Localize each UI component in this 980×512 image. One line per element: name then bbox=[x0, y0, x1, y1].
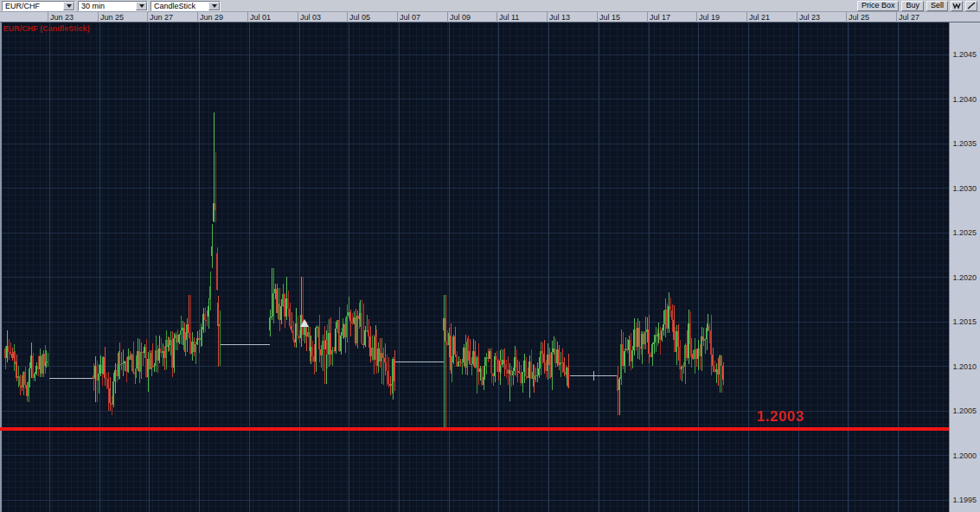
chevron-down-icon[interactable] bbox=[208, 2, 220, 10]
date-tick-label: Jul 11 bbox=[499, 13, 519, 22]
date-tick-separator bbox=[647, 12, 648, 22]
date-tick-label: Jun 25 bbox=[100, 13, 124, 22]
date-tick-separator bbox=[896, 12, 897, 22]
date-tick-label: Jul 19 bbox=[699, 13, 720, 22]
price-tick-label: 1.2035 bbox=[952, 139, 977, 148]
price-tick-label: 1.2025 bbox=[952, 228, 977, 237]
date-tick-label: Jul 15 bbox=[599, 13, 620, 22]
date-tick-label: Jul 01 bbox=[250, 13, 271, 22]
series-label: EUR/CHF (CandleStick) bbox=[3, 24, 90, 33]
date-tick-separator bbox=[496, 12, 497, 22]
date-tick-separator bbox=[147, 12, 148, 22]
price-tick-label: 1.2010 bbox=[952, 362, 977, 371]
date-tick-separator bbox=[447, 12, 448, 22]
sell-button[interactable]: Sell bbox=[926, 1, 948, 11]
price-tick-label: 1.2030 bbox=[952, 184, 977, 193]
toolbar-right: Price Box Buy Sell bbox=[857, 1, 978, 11]
date-tick-separator bbox=[197, 12, 198, 22]
price-tick-label: 1.2020 bbox=[952, 273, 977, 282]
price-tick-label: 1.2040 bbox=[952, 95, 977, 104]
chart-type-select-value: CandleStick bbox=[151, 2, 208, 10]
symbol-select-value: EUR/CHF bbox=[3, 2, 63, 10]
date-tick-label: Jul 27 bbox=[899, 13, 919, 22]
price-tick-label: 1.2005 bbox=[952, 406, 977, 415]
support-line-label: 1.2003 bbox=[742, 408, 804, 426]
buy-button[interactable]: Buy bbox=[901, 1, 924, 11]
price-tick-label: 1.2045 bbox=[952, 50, 977, 59]
price-tick-label: 1.2000 bbox=[952, 451, 977, 460]
cursor-arrow-icon bbox=[300, 319, 309, 327]
date-axis[interactable]: Jun 23Jun 25Jun 27Jun 29Jul 01Jul 03Jul … bbox=[0, 12, 980, 22]
support-line[interactable] bbox=[0, 427, 949, 431]
symbol-select[interactable]: EUR/CHF bbox=[2, 1, 75, 11]
date-tick-separator bbox=[397, 12, 398, 22]
date-tick-separator bbox=[48, 12, 48, 22]
date-tick-separator bbox=[247, 12, 248, 22]
date-tick-label: Jul 05 bbox=[349, 13, 370, 22]
date-tick-separator bbox=[98, 12, 99, 22]
date-tick-label: Jun 27 bbox=[150, 13, 173, 22]
line-tool-icon[interactable] bbox=[965, 1, 977, 11]
date-tick-separator bbox=[797, 12, 797, 22]
date-tick-separator bbox=[746, 12, 747, 22]
toolbar: EUR/CHF 30 min CandleStick Price Box Buy… bbox=[0, 0, 980, 12]
price-axis[interactable]: 1.20451.20401.20351.20301.20251.20201.20… bbox=[949, 22, 980, 512]
price-tick-label: 1.2015 bbox=[952, 317, 977, 326]
interval-select-value: 30 min bbox=[79, 2, 136, 10]
date-tick-separator bbox=[696, 12, 697, 22]
chart-type-select[interactable]: CandleStick bbox=[151, 1, 221, 11]
price-box-button[interactable]: Price Box bbox=[857, 1, 900, 11]
date-tick-separator bbox=[846, 12, 847, 22]
date-tick-label: Jun 29 bbox=[200, 13, 223, 22]
date-tick-separator bbox=[298, 12, 298, 22]
date-tick-separator bbox=[347, 12, 348, 22]
date-tick-label: Jul 17 bbox=[650, 13, 670, 22]
interval-select[interactable]: 30 min bbox=[78, 1, 148, 11]
chart-area: EUR/CHF (CandleStick) 1.2003 1.20451.204… bbox=[0, 22, 980, 512]
trading-chart-window: EUR/CHF 30 min CandleStick Price Box Buy… bbox=[0, 0, 980, 512]
date-tick-label: Jul 09 bbox=[450, 13, 471, 22]
date-tick-label: Jul 07 bbox=[400, 13, 420, 22]
chevron-down-icon[interactable] bbox=[136, 2, 147, 10]
date-tick-label: Jul 21 bbox=[749, 13, 770, 22]
candlestick-chart-canvas[interactable] bbox=[0, 22, 951, 512]
date-tick-separator bbox=[547, 12, 548, 22]
date-tick-separator bbox=[597, 12, 598, 22]
indicator-tool-icon[interactable] bbox=[951, 1, 963, 11]
date-tick-label: Jul 23 bbox=[799, 13, 820, 22]
date-tick-label: Jul 25 bbox=[849, 13, 869, 22]
date-tick-label: Jul 03 bbox=[300, 13, 321, 22]
date-tick-label: Jul 13 bbox=[549, 13, 570, 22]
price-tick-label: 1.1995 bbox=[952, 496, 977, 504]
date-tick-label: Jun 23 bbox=[50, 13, 74, 22]
chevron-down-icon[interactable] bbox=[63, 2, 74, 10]
